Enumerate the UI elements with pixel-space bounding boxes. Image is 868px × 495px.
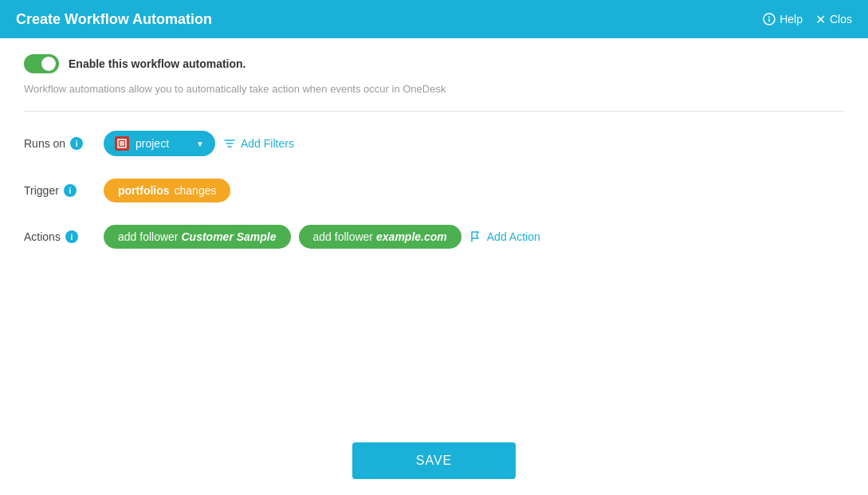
filter-icon xyxy=(223,137,236,150)
toggle-thumb xyxy=(41,57,56,71)
trigger-label: Trigger i xyxy=(24,184,104,197)
close-label: Clos xyxy=(830,13,852,26)
dropdown-arrow-icon: ▼ xyxy=(196,139,204,148)
add-action-label: Add Action xyxy=(487,230,540,243)
enable-toggle[interactable] xyxy=(24,54,59,73)
runs-on-content: project ▼ Add Filters xyxy=(104,131,294,156)
close-icon: ✕ xyxy=(815,12,826,27)
help-icon xyxy=(763,13,776,26)
modal-header: Create Workflow Automation Help ✕ Clos xyxy=(0,0,868,38)
runs-on-label: Runs on i xyxy=(24,137,104,150)
close-button[interactable]: ✕ Clos xyxy=(815,12,852,27)
action-pill-2[interactable]: add follower example.com xyxy=(299,225,461,249)
svg-point-1 xyxy=(768,17,770,18)
trigger-content: portfolios changes xyxy=(104,179,230,202)
runs-on-dropdown[interactable]: project ▼ xyxy=(104,131,215,156)
modal-title: Create Workflow Automation xyxy=(16,11,212,28)
action1-prefix: add follower xyxy=(118,230,179,243)
trigger-portfolios: portfolios xyxy=(118,184,170,197)
add-filters-label: Add Filters xyxy=(241,137,294,150)
svg-rect-2 xyxy=(768,19,770,22)
header-actions: Help ✕ Clos xyxy=(763,12,852,27)
modal-footer: save xyxy=(0,426,868,495)
actions-content: add follower Customer Sample add followe… xyxy=(104,225,540,249)
trigger-changes: changes xyxy=(175,184,217,197)
trigger-pill[interactable]: portfolios changes xyxy=(104,179,230,202)
save-button[interactable]: save xyxy=(352,442,516,479)
toggle-label: Enable this workflow automation. xyxy=(69,57,245,70)
svg-rect-4 xyxy=(120,141,124,146)
add-action-button[interactable]: Add Action xyxy=(469,230,540,243)
description-text: Workflow automations allow you to automa… xyxy=(24,83,844,95)
toggle-row: Enable this workflow automation. xyxy=(24,54,844,73)
trigger-info-icon[interactable]: i xyxy=(64,184,77,197)
toggle-track xyxy=(24,54,59,73)
divider xyxy=(24,111,844,112)
actions-label: Actions i xyxy=(24,230,104,243)
runs-on-info-icon[interactable]: i xyxy=(70,137,83,150)
action2-prefix: add follower xyxy=(313,230,374,243)
help-label: Help xyxy=(780,13,803,26)
project-icon xyxy=(115,136,129,151)
trigger-row: Trigger i portfolios changes xyxy=(24,179,844,202)
add-filters-button[interactable]: Add Filters xyxy=(223,137,294,150)
modal-container: Create Workflow Automation Help ✕ Clos xyxy=(0,0,868,495)
actions-row: Actions i add follower Customer Sample a… xyxy=(24,225,844,249)
runs-on-value: project xyxy=(136,137,169,150)
actions-info-icon[interactable]: i xyxy=(65,230,78,243)
help-button[interactable]: Help xyxy=(763,13,803,26)
runs-on-row: Runs on i project ▼ xyxy=(24,131,844,156)
action2-value: example.com xyxy=(376,230,447,243)
modal-body: Enable this workflow automation. Workflo… xyxy=(0,38,868,426)
action1-value: Customer Sample xyxy=(182,230,277,243)
action-pill-1[interactable]: add follower Customer Sample xyxy=(104,225,291,249)
flag-icon xyxy=(469,230,482,243)
